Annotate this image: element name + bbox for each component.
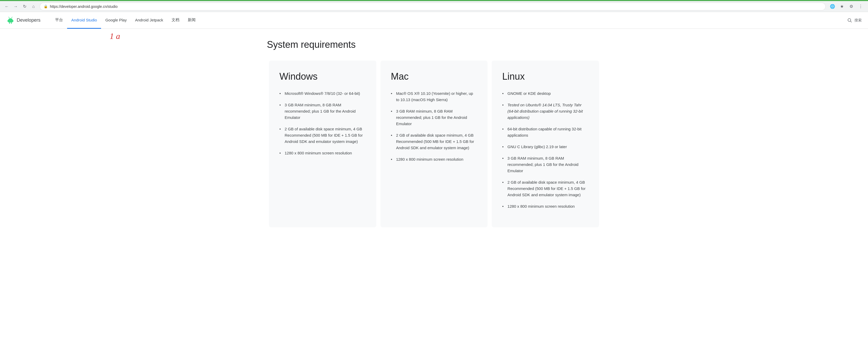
list-item: 3 GB RAM minimum, 8 GB RAM recommended; … (391, 108, 477, 127)
search-label: 搜索 (855, 18, 862, 23)
svg-rect-3 (12, 20, 13, 22)
nav-item-docs[interactable]: 文档 (167, 12, 184, 29)
reload-button[interactable]: ↻ (21, 3, 28, 10)
list-item: 3 GB RAM minimum, 8 GB RAM recommended; … (502, 155, 589, 174)
windows-requirements: Microsoft® Windows® 7/8/10 (32- or 64-bi… (279, 90, 366, 156)
svg-rect-2 (7, 20, 8, 22)
svg-rect-5 (11, 23, 12, 24)
linux-title: Linux (502, 71, 589, 82)
search-icon (847, 18, 852, 23)
page-title: System requirements (267, 39, 601, 50)
forward-button[interactable]: → (12, 3, 19, 10)
list-item: 1280 x 800 minimum screen resolution (279, 150, 366, 156)
svg-line-7 (11, 17, 12, 18)
site-nav: Developers 平台 Android Studio Google Play… (0, 12, 868, 29)
os-cards-container: Windows Microsoft® Windows® 7/8/10 (32- … (267, 61, 601, 227)
list-item: 1280 x 800 minimum screen resolution (391, 156, 477, 163)
svg-line-6 (9, 17, 9, 18)
windows-card: Windows Microsoft® Windows® 7/8/10 (32- … (269, 61, 376, 227)
mac-requirements: Mac® OS X® 10.10 (Yosemite) or higher, u… (391, 90, 477, 163)
translate-button[interactable]: 🌐 (828, 2, 837, 11)
logo-text: Developers (17, 18, 40, 23)
nav-search[interactable]: 搜索 (847, 18, 862, 23)
android-logo-icon (6, 16, 14, 25)
list-item: 2 GB of available disk space minimum, 4 … (502, 179, 589, 198)
handwritten-annotation: 1 a (110, 31, 120, 41)
list-item: Tested on Ubuntu® 14.04 LTS, Trusty Tahr… (502, 102, 589, 121)
linux-requirements: GNOME or KDE desktop Tested on Ubuntu® 1… (502, 90, 589, 209)
browser-nav-buttons: ← → ↻ ⌂ (3, 3, 37, 10)
windows-title: Windows (279, 71, 366, 82)
list-item: GNOME or KDE desktop (502, 90, 589, 97)
nav-item-google-play[interactable]: Google Play (101, 12, 131, 29)
url-text: https://developer.android.google.cn/stud… (50, 4, 118, 9)
browser-actions: 🌐 ★ ⚙ ⋮ (828, 2, 865, 11)
mac-title: Mac (391, 71, 477, 82)
nav-item-news[interactable]: 新闻 (184, 12, 200, 29)
address-bar[interactable]: 🔒 https://developer.android.google.cn/st… (40, 3, 826, 10)
main-content: System requirements Windows Microsoft® W… (251, 29, 617, 238)
menu-button[interactable]: ⋮ (857, 2, 865, 11)
bookmark-button[interactable]: ★ (838, 2, 846, 11)
svg-rect-4 (9, 23, 10, 24)
site-logo[interactable]: Developers (6, 16, 40, 25)
list-item: 2 GB of available disk space minimum, 4 … (391, 132, 477, 151)
list-item: 2 GB of available disk space minimum, 4 … (279, 126, 366, 145)
extension-button[interactable]: ⚙ (847, 2, 856, 11)
back-button[interactable]: ← (3, 3, 10, 10)
list-item: 1280 x 800 minimum screen resolution (502, 203, 589, 209)
nav-item-android-jetpack[interactable]: Android Jetpack (131, 12, 167, 29)
linux-card: Linux GNOME or KDE desktop Tested on Ubu… (492, 61, 599, 227)
home-button[interactable]: ⌂ (30, 3, 37, 10)
list-item: 3 GB RAM minimum, 8 GB RAM recommended; … (279, 102, 366, 121)
nav-item-platform[interactable]: 平台 (51, 12, 67, 29)
list-item: 64-bit distribution capable of running 3… (502, 126, 589, 139)
nav-item-android-studio[interactable]: Android Studio (67, 12, 101, 29)
lock-icon: 🔒 (43, 4, 48, 8)
nav-links: 平台 Android Studio Google Play Android Je… (51, 12, 847, 29)
list-item: Microsoft® Windows® 7/8/10 (32- or 64-bi… (279, 90, 366, 97)
list-item: Mac® OS X® 10.10 (Yosemite) or higher, u… (391, 90, 477, 103)
browser-chrome: ← → ↻ ⌂ 🔒 https://developer.android.goog… (0, 1, 868, 12)
svg-line-9 (850, 21, 852, 22)
mac-card: Mac Mac® OS X® 10.10 (Yosemite) or highe… (380, 61, 488, 227)
list-item: GNU C Library (glibc) 2.19 or later (502, 144, 589, 150)
